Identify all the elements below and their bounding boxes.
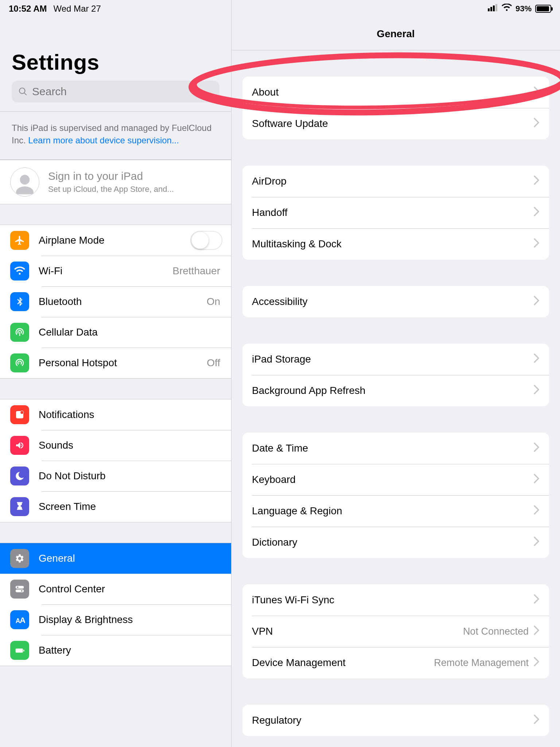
sidebar-item-airplane[interactable]: Airplane Mode [0,225,231,256]
sidebar-item-sounds[interactable]: Sounds [0,430,231,461]
chevron-right-icon [534,442,540,454]
detail-row-label: Date & Time [252,442,534,454]
detail-row-label: Device Management [252,657,434,669]
svg-point-8 [17,586,19,588]
detail-row-handoff[interactable]: Handoff [242,197,549,228]
status-bar: 10:52 AM Wed Mar 27 93% [0,0,560,18]
supervision-notice: This iPad is supervised and managed by F… [0,112,231,160]
detail-row-label: iTunes Wi-Fi Sync [252,594,534,606]
sidebar-item-label: Personal Hotspot [39,357,207,369]
detail-pane: General AboutSoftware UpdateAirDropHando… [232,0,560,747]
sidebar-item-value: Off [207,357,220,369]
wifi-icon [10,262,29,280]
sidebar-item-controlcenter[interactable]: Control Center [0,574,231,604]
battery-icon [535,5,551,13]
detail-row-label: Keyboard [252,474,534,485]
detail-row-label: Dictionary [252,537,534,548]
sidebar-item-bluetooth[interactable]: BluetoothOn [0,286,231,317]
chevron-right-icon [534,353,540,365]
search-text[interactable] [32,85,213,98]
airplane-icon [10,231,29,250]
sidebar-item-label: Wi-Fi [39,265,172,277]
wifi-icon [502,4,512,14]
svg-rect-2 [493,5,495,11]
sidebar-item-cellular[interactable]: Cellular Data [0,317,231,348]
hourglass-icon [10,497,29,516]
sidebar-item-battery[interactable]: Battery [0,635,231,666]
detail-row-about[interactable]: About [242,77,549,108]
sidebar-item-value: On [207,296,220,307]
sign-in-row[interactable]: Sign in to your iPad Set up iCloud, the … [0,160,231,204]
detail-row-itunes-wi-fi-sync[interactable]: iTunes Wi-Fi Sync [242,584,549,616]
hotspot-icon [10,353,29,372]
detail-row-label: Regulatory [252,715,534,726]
detail-row-label: Software Update [252,118,534,129]
sidebar-item-screentime[interactable]: Screen Time [0,491,231,522]
cellular-icon [10,323,29,342]
detail-row-ipad-storage[interactable]: iPad Storage [242,344,549,375]
sidebar-item-notifications[interactable]: Notifications [0,399,231,430]
detail-row-value: Remote Management [434,657,529,669]
sign-in-title: Sign in to your iPad [48,170,174,182]
svg-point-10 [21,590,23,592]
battery-icon [10,641,29,660]
detail-title: General [232,18,560,50]
sounds-icon [10,436,29,455]
switches-icon [10,580,29,599]
sidebar-item-label: Do Not Disturb [39,470,222,482]
notifications-icon [10,405,29,424]
chevron-right-icon [534,505,540,517]
sidebar-item-hotspot[interactable]: Personal HotspotOff [0,348,231,378]
bluetooth-icon [10,292,29,311]
detail-row-label: iPad Storage [252,353,534,365]
avatar-placeholder-icon [10,167,39,197]
detail-row-vpn[interactable]: VPNNot Connected [242,616,549,647]
detail-row-label: Language & Region [252,505,534,517]
search-input[interactable] [12,81,219,102]
detail-row-label: Background App Refresh [252,385,534,396]
chevron-right-icon [534,657,540,669]
sign-in-subtitle: Set up iCloud, the App Store, and... [48,185,174,194]
sidebar-item-label: Control Center [39,583,222,595]
chevron-right-icon [534,536,540,549]
detail-row-label: Handoff [252,207,534,218]
chevron-right-icon [534,384,540,397]
svg-rect-13 [16,649,23,653]
detail-row-date-time[interactable]: Date & Time [242,433,549,464]
battery-percent: 93% [516,4,532,13]
detail-row-dictionary[interactable]: Dictionary [242,527,549,558]
chevron-right-icon [534,86,540,98]
detail-row-keyboard[interactable]: Keyboard [242,464,549,495]
detail-row-multitasking-dock[interactable]: Multitasking & Dock [242,228,549,260]
search-icon [18,87,28,96]
sidebar-item-label: Sounds [39,440,222,451]
detail-row-language-region[interactable]: Language & Region [242,495,549,527]
detail-row-label: AirDrop [252,175,534,187]
detail-row-device-management[interactable]: Device ManagementRemote Management [242,647,549,678]
chevron-right-icon [534,473,540,486]
detail-row-value: Not Connected [463,626,529,637]
sidebar-item-dnd[interactable]: Do Not Disturb [0,461,231,491]
svg-text:A: A [20,616,25,625]
page-title: Settings [12,50,219,75]
detail-row-software-update[interactable]: Software Update [242,108,549,139]
moon-icon [10,467,29,485]
chevron-right-icon [534,206,540,219]
airplane-mode-toggle[interactable] [190,231,222,250]
detail-row-label: Multitasking & Dock [252,238,534,250]
sidebar-item-general[interactable]: General [0,543,231,574]
textsize-icon: AA [10,610,29,629]
detail-row-regulatory[interactable]: Regulatory [242,705,549,736]
sidebar-item-label: Screen Time [39,501,222,512]
sidebar-item-display[interactable]: AADisplay & Brightness [0,604,231,635]
detail-row-accessibility[interactable]: Accessibility [242,286,549,317]
sidebar-item-wifi[interactable]: Wi-FiBretthauer [0,256,231,286]
chevron-right-icon [534,117,540,130]
supervision-link[interactable]: Learn more about device supervision... [28,135,179,145]
status-date: Wed Mar 27 [53,4,101,14]
detail-row-airdrop[interactable]: AirDrop [242,166,549,197]
svg-point-6 [20,411,23,414]
sidebar-item-value: Bretthauer [172,265,220,277]
detail-row-background-app-refresh[interactable]: Background App Refresh [242,375,549,406]
chevron-right-icon [534,238,540,250]
